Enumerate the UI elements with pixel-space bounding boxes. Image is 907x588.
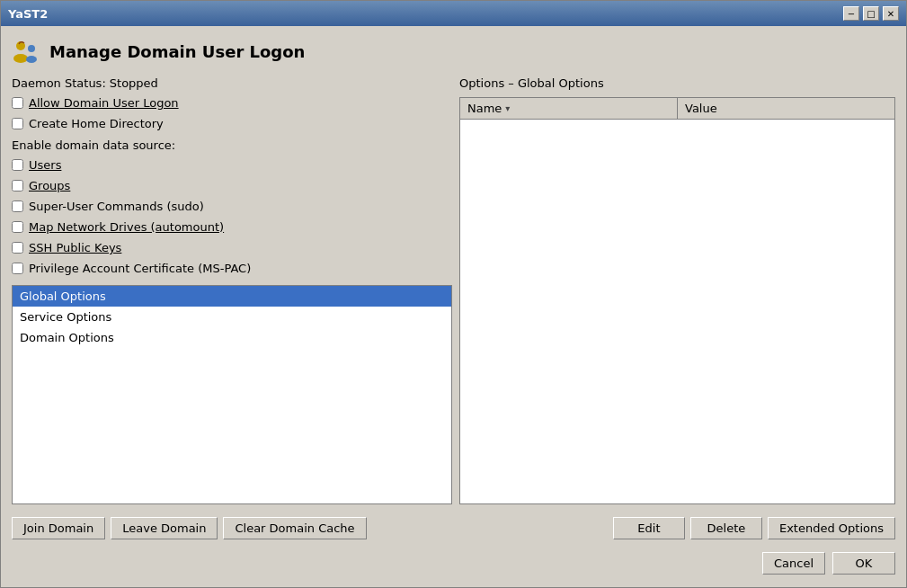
- options-table: Name ▾ Value: [460, 98, 894, 120]
- users-label: Users: [29, 158, 61, 172]
- create-home-label: Create Home Directory: [29, 117, 164, 130]
- value-column-header[interactable]: Value: [678, 98, 895, 120]
- daemon-status-value: Stopped: [110, 76, 158, 90]
- create-home-checkbox[interactable]: [12, 118, 23, 129]
- domain-data-source-label: Enable domain data source:: [12, 138, 452, 152]
- join-domain-button[interactable]: Join Domain: [12, 517, 105, 539]
- app-title: Manage Domain User Logon: [49, 42, 305, 61]
- users-checkbox[interactable]: [12, 159, 23, 171]
- svg-point-1: [13, 54, 28, 63]
- app-icon: [12, 37, 40, 66]
- title-bar-buttons: − □ ✕: [843, 6, 899, 21]
- ssh-keys-checkbox[interactable]: [12, 242, 23, 254]
- nav-item-service-options[interactable]: Service Options: [13, 307, 451, 327]
- right-panel: Options – Global Options Name ▾: [459, 76, 895, 504]
- sudo-label: Super-User Commands (sudo): [29, 200, 204, 213]
- close-button[interactable]: ✕: [883, 6, 899, 21]
- options-table-header-row: Name ▾ Value: [460, 98, 894, 120]
- ok-button[interactable]: OK: [832, 552, 895, 575]
- name-sort-icon: ▾: [505, 103, 510, 113]
- groups-checkbox[interactable]: [12, 180, 23, 192]
- header-row: Manage Domain User Logon: [12, 37, 895, 66]
- svg-point-3: [26, 56, 37, 63]
- delete-button[interactable]: Delete: [690, 517, 762, 539]
- window-content: Manage Domain User Logon Daemon Status: …: [1, 26, 906, 587]
- ms-pac-checkbox[interactable]: [12, 263, 23, 274]
- daemon-status-row: Daemon Status: Stopped: [12, 76, 452, 90]
- clear-domain-cache-button[interactable]: Clear Domain Cache: [223, 517, 366, 539]
- edit-button[interactable]: Edit: [613, 517, 685, 539]
- users-row: Users: [12, 157, 452, 173]
- main-window: YaST2 − □ ✕ Manage Domain User Logon: [0, 0, 907, 588]
- leave-domain-button[interactable]: Leave Domain: [111, 517, 218, 539]
- title-bar: YaST2 − □ ✕: [1, 1, 906, 26]
- minimize-button[interactable]: −: [843, 6, 859, 21]
- groups-row: Groups: [12, 178, 452, 193]
- bottom-buttons-row: Join Domain Leave Domain Clear Domain Ca…: [12, 512, 895, 541]
- svg-point-2: [28, 45, 35, 52]
- allow-domain-checkbox[interactable]: [12, 97, 23, 109]
- maximize-button[interactable]: □: [863, 6, 879, 21]
- ms-pac-label: Privilege Account Certificate (MS-PAC): [29, 262, 251, 275]
- left-buttons-group: Join Domain Leave Domain Clear Domain Ca…: [12, 517, 367, 539]
- options-title: Options – Global Options: [459, 76, 895, 90]
- ms-pac-row: Privilege Account Certificate (MS-PAC): [12, 261, 452, 276]
- automount-checkbox[interactable]: [12, 221, 23, 233]
- daemon-status-label: Daemon Status:: [12, 76, 106, 90]
- sudo-row: Super-User Commands (sudo): [12, 199, 452, 214]
- groups-label: Groups: [29, 179, 70, 192]
- main-area: Daemon Status: Stopped Allow Domain User…: [12, 76, 895, 504]
- nav-item-global-options[interactable]: Global Options: [13, 286, 451, 307]
- options-table-container: Name ▾ Value: [459, 97, 895, 504]
- ssh-keys-row: SSH Public Keys: [12, 240, 452, 255]
- nav-list: Global Options Service Options Domain Op…: [12, 285, 452, 504]
- ssh-keys-label: SSH Public Keys: [29, 241, 121, 254]
- window-title: YaST2: [8, 7, 48, 21]
- nav-item-domain-options[interactable]: Domain Options: [13, 327, 451, 348]
- allow-domain-row: Allow Domain User Logon: [12, 95, 452, 111]
- create-home-row: Create Home Directory: [12, 116, 452, 131]
- left-panel: Daemon Status: Stopped Allow Domain User…: [12, 76, 452, 504]
- options-table-head: Name ▾ Value: [460, 98, 894, 120]
- right-buttons-group: Edit Delete Extended Options: [613, 517, 895, 539]
- name-column-label: Name: [467, 102, 502, 115]
- automount-row: Map Network Drives (automount): [12, 219, 452, 235]
- value-column-label: Value: [685, 102, 717, 115]
- name-column-header[interactable]: Name ▾: [460, 98, 678, 120]
- extended-options-button[interactable]: Extended Options: [768, 517, 895, 539]
- allow-domain-label: Allow Domain User Logon: [29, 96, 179, 110]
- automount-label: Map Network Drives (automount): [29, 220, 224, 234]
- sudo-checkbox[interactable]: [12, 200, 23, 212]
- cancel-button[interactable]: Cancel: [762, 552, 825, 575]
- final-buttons-row: Cancel OK: [12, 548, 895, 576]
